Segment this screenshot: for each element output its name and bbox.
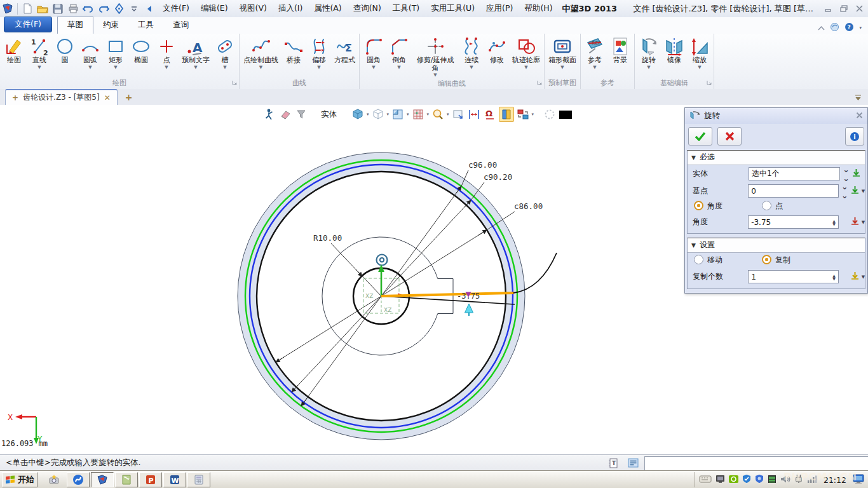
menu-help[interactable]: 帮助(H): [519, 3, 558, 14]
show-desktop-icon[interactable]: [853, 474, 864, 486]
open-folder-icon[interactable]: [36, 3, 50, 15]
rotate-dialog-titlebar[interactable]: 旋转: [685, 108, 867, 124]
ribbon-item-sketch-draw[interactable]: 绘图: [1, 35, 27, 65]
print-icon[interactable]: [66, 3, 80, 15]
chevron-down-icon[interactable]: ▾: [367, 112, 369, 117]
ribbon-item-offset[interactable]: 偏移 ▼: [306, 35, 332, 71]
menu-tools[interactable]: 工具(T): [387, 3, 425, 14]
ok-button[interactable]: [688, 127, 712, 146]
ribbon-item-equation[interactable]: Σ 方程式: [332, 35, 358, 65]
entity-field[interactable]: 选中1个: [749, 167, 840, 180]
help-icon[interactable]: ?: [844, 22, 854, 34]
ribbon-item-arc[interactable]: 圆弧 ▼: [78, 35, 103, 71]
undo-icon[interactable]: [81, 3, 95, 15]
expand-chevrons-icon[interactable]: ⌄⌄: [840, 165, 851, 183]
keyboard-layout-icon[interactable]: [699, 475, 712, 485]
color-swatch[interactable]: [559, 107, 573, 121]
taskbar-app-calculator[interactable]: [187, 472, 210, 487]
eraser-icon[interactable]: [278, 107, 292, 121]
ribbon-item-ellipse[interactable]: 椭圆: [128, 35, 154, 65]
pick-from-list-icon[interactable]: [851, 168, 861, 180]
horizontal-dimension-icon[interactable]: [467, 107, 481, 121]
dim-diameter-90[interactable]: c90.20: [484, 172, 512, 182]
taskbar-app-notes[interactable]: [115, 472, 138, 487]
menu-application[interactable]: 应用(P): [480, 3, 519, 14]
tray-shield-icon[interactable]: [755, 474, 764, 485]
ribbon-item-box-section[interactable]: 箱形截面 ▼: [546, 35, 579, 71]
save-icon[interactable]: [51, 3, 65, 15]
menu-insert[interactable]: 插入(I): [273, 3, 308, 14]
exit-sketch-icon[interactable]: [262, 107, 276, 121]
new-document-icon[interactable]: [20, 3, 34, 15]
start-button[interactable]: 开始: [2, 472, 37, 487]
spinner-control[interactable]: ▲▼: [832, 274, 836, 280]
menu-inquire[interactable]: 查询(N): [348, 3, 387, 14]
ribbon-item-rotate[interactable]: 旋转 ▼: [636, 35, 661, 71]
close-button[interactable]: [853, 4, 865, 14]
dim-diameter-96[interactable]: c96.00: [468, 160, 497, 170]
dim-diameter-86[interactable]: c86.00: [514, 201, 543, 211]
chevron-down-icon[interactable]: ▼: [862, 220, 865, 225]
required-section-header[interactable]: ▼ 必选: [688, 151, 865, 165]
zoom-icon[interactable]: [431, 107, 445, 121]
volume-icon[interactable]: [780, 475, 790, 485]
pick-value-icon[interactable]: [850, 217, 860, 228]
taskbar-app-browser[interactable]: [67, 472, 90, 487]
clock[interactable]: 21:12: [821, 475, 849, 485]
wireframe-display-icon[interactable]: [371, 107, 385, 121]
power-plug-icon[interactable]: [794, 474, 803, 485]
chevron-down-icon[interactable]: ▾: [447, 112, 449, 117]
dialog-launcher-icon[interactable]: [232, 78, 237, 87]
chevron-down-icon[interactable]: ▾: [387, 112, 390, 117]
ribbon-item-circle[interactable]: 圆: [52, 35, 78, 65]
ribbon-item-background[interactable]: 背景: [607, 35, 633, 65]
show-target-icon[interactable]: [499, 107, 514, 122]
chevron-down-icon[interactable]: ▾: [859, 25, 862, 30]
ribbon-item-scale[interactable]: 缩放 ▼: [687, 35, 712, 71]
ribbon-item-line[interactable]: 12 直线 ▼: [27, 35, 52, 71]
dialog-launcher-icon[interactable]: [707, 78, 712, 87]
close-tab-icon[interactable]: ✕: [104, 93, 111, 102]
grid-snap-icon[interactable]: [411, 107, 425, 121]
chevron-down-icon[interactable]: ▼: [862, 189, 865, 194]
ribbon-item-ready-text[interactable]: A 预制文字 ▼: [179, 35, 212, 71]
dialog-launcher-icon[interactable]: [537, 78, 542, 87]
canvas[interactable]: c96.00 c90.20 c86.00 R10.00 XZ XZ: [0, 105, 868, 454]
settings-section-header[interactable]: ▼ 设置: [688, 238, 865, 253]
copies-field[interactable]: 1 ▲▼: [748, 270, 839, 283]
taskbar-app-zw3d[interactable]: [91, 472, 114, 487]
redo-icon[interactable]: [97, 3, 111, 15]
ribbon-file-tab[interactable]: 文件(F): [4, 17, 52, 32]
dim-radius-10[interactable]: R10.00: [313, 233, 342, 243]
swap-target-icon[interactable]: [516, 107, 530, 121]
collapse-toolbar-icon[interactable]: [142, 3, 156, 15]
history-list-icon[interactable]: [627, 457, 639, 469]
pick-value-icon[interactable]: [850, 271, 860, 283]
menu-edit[interactable]: 编辑(E): [195, 3, 234, 14]
angle-field[interactable]: -3.75 ▲▼: [748, 215, 839, 229]
close-dialog-icon[interactable]: [856, 112, 863, 121]
ribbon-item-mirror[interactable]: 镜像: [661, 35, 687, 65]
chevron-down-icon[interactable]: ▼: [862, 274, 865, 280]
spinner-control[interactable]: ▲▼: [832, 219, 836, 226]
menu-utilities[interactable]: 实用工具(U): [425, 3, 480, 14]
point-radio[interactable]: 点: [762, 201, 783, 212]
shaded-display-icon[interactable]: [351, 107, 365, 121]
ribbon-item-bridge[interactable]: 桥接: [281, 35, 306, 65]
tray-security-check-icon[interactable]: [742, 474, 751, 485]
input-mode-icon[interactable]: T: [607, 457, 620, 469]
pick-from-list-icon[interactable]: [850, 186, 860, 197]
filter-icon[interactable]: [294, 107, 308, 121]
perimeter-dimension-icon[interactable]: Ω: [483, 107, 497, 121]
tab-list-icon[interactable]: [855, 93, 862, 102]
tray-app-icon[interactable]: [768, 475, 776, 485]
cancel-button[interactable]: [717, 127, 742, 146]
ribbon-item-chamfer[interactable]: 倒角 ▼: [386, 35, 412, 71]
ribbon-item-reference[interactable]: REF 参考 ▼: [582, 35, 607, 71]
minimize-button[interactable]: [822, 4, 835, 14]
tab-constraint[interactable]: 约束: [93, 17, 128, 34]
view-orientation-icon[interactable]: [391, 107, 405, 121]
toolbar-options-icon[interactable]: [127, 3, 141, 15]
ribbon-item-continue[interactable]: 连续 ▼: [459, 35, 484, 71]
tab-tools[interactable]: 工具: [128, 17, 163, 34]
